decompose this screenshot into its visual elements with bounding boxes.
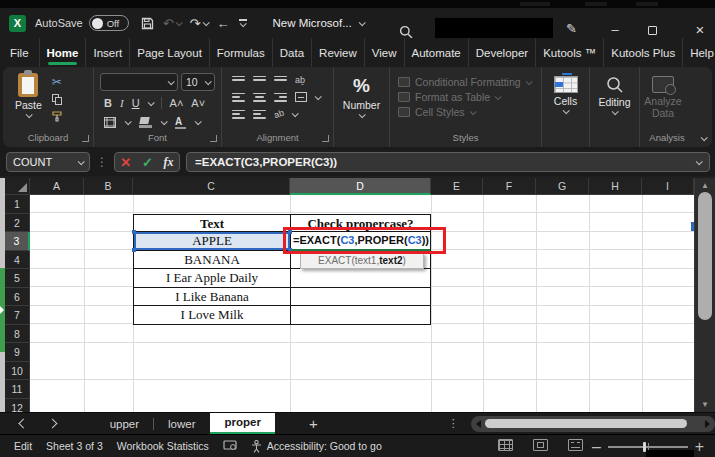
font-name-combo[interactable] [100,73,178,91]
column-header-e[interactable]: E [431,178,483,195]
row-header-10[interactable]: 10 [5,362,30,381]
vertical-scrollbar[interactable]: ▲ ▼ [694,178,715,412]
tab-view[interactable]: View [365,38,405,67]
font-size-combo[interactable]: 10 [181,73,215,91]
accessibility-status[interactable]: Accessibility: Good to go [251,440,382,453]
row-header-4[interactable]: 4 [5,251,30,270]
zoom-in-button[interactable]: + [695,438,704,456]
tab-automate[interactable]: Automate [405,38,469,67]
cell-c6[interactable]: I Like Banana [133,288,290,307]
column-header-b[interactable]: B [84,178,133,195]
font-color-icon[interactable]: A [175,116,186,128]
selection-handle[interactable] [132,230,136,234]
paste-button[interactable]: Paste [15,73,42,122]
horizontal-scroll-thumb[interactable] [485,419,687,428]
row-header-9[interactable]: 9 [5,343,30,362]
grow-font-button[interactable]: A˄ [170,97,184,109]
cells-area[interactable]: Text Check propercase? APPLE =EXACT(C3,P… [30,195,694,412]
undo-button[interactable]: ↶ [163,17,181,30]
cell-styles-button[interactable]: Cell Styles [398,106,541,118]
fill-color-icon[interactable] [139,117,152,128]
maximize-button[interactable] [648,25,657,37]
align-middle-icon[interactable] [253,76,266,85]
merge-center-icon[interactable] [295,92,307,102]
cell-c2[interactable]: Text [133,214,290,233]
tab-insert[interactable]: Insert [86,38,130,67]
scroll-up-icon[interactable]: ▲ [695,181,715,190]
cell-c4[interactable]: BANANA [133,251,290,270]
font-dialog-launcher-icon[interactable] [210,135,217,142]
number-format-button[interactable]: % Number [334,75,389,118]
formula-input[interactable]: =EXACT(C3,PROPER(C3)) [186,152,710,172]
name-box[interactable]: COUNT [6,152,90,172]
row-header-8[interactable]: 8 [5,325,30,344]
analyze-data-button[interactable]: Analyze Data [640,76,686,119]
zoom-out-button[interactable]: – [592,438,601,456]
orientation-icon[interactable]: ab̬ [295,75,305,85]
column-header-f[interactable]: F [483,178,536,195]
insert-function-button[interactable]: fx [164,155,174,170]
column-header-i[interactable]: I [642,178,694,195]
tab-home[interactable]: Home [40,38,87,67]
cell-c3-selected[interactable]: APPLE [133,232,290,251]
cell-c5[interactable]: I Ear Apple Daily [133,269,290,288]
align-left-icon[interactable] [232,93,245,102]
shrink-font-button[interactable]: A˅ [191,97,205,109]
row-header-1[interactable]: 1 [5,195,30,214]
sheet-tab-upper[interactable]: upper [96,413,153,435]
search-icon[interactable] [399,25,413,39]
format-painter-icon[interactable] [52,111,64,122]
row-header-5[interactable]: 5 [5,269,30,288]
row-header-3[interactable]: 3 [5,232,30,251]
cell-d6[interactable] [290,288,431,307]
copy-icon[interactable] [52,94,62,105]
row-header-11[interactable]: 11 [5,380,30,399]
workbook-statistics-button[interactable]: Workbook Statistics [117,440,209,452]
tab-file[interactable]: File [0,38,40,67]
redo-button[interactable]: ↷ [190,17,208,30]
previous-sheet-icon[interactable] [19,419,29,429]
confirm-entry-button[interactable]: ✓ [142,155,153,170]
row-header-6[interactable]: 6 [5,288,30,307]
tab-kutools[interactable]: Kutools ™ [536,38,604,67]
decrease-indent-icon[interactable] [232,110,245,119]
page-layout-view-icon[interactable] [533,439,548,451]
customize-toolbar-button[interactable] [239,19,247,26]
tab-kutools-plus[interactable]: Kutools Plus [604,38,683,67]
conditional-formatting-button[interactable]: Conditional Formatting [398,76,541,88]
tab-developer[interactable]: Developer [469,38,536,67]
sheet-options-icon[interactable]: ⋮ [448,417,459,430]
tab-formulas[interactable]: Formulas [210,38,273,67]
normal-view-icon[interactable] [498,439,513,451]
cut-icon[interactable]: ✂ [52,76,64,88]
cancel-entry-button[interactable]: ✕ [120,155,131,170]
column-header-c[interactable]: C [133,178,290,195]
cells-button[interactable]: Cells [542,76,589,114]
display-settings-icon[interactable] [223,440,237,452]
row-header-2[interactable]: 2 [5,214,30,233]
next-sheet-icon[interactable] [47,419,57,429]
scroll-left-icon[interactable] [476,420,481,428]
autosave-toggle[interactable]: Off [89,15,129,31]
column-header-g[interactable]: G [536,178,589,195]
increase-indent-icon[interactable] [253,110,266,119]
align-top-icon[interactable] [232,76,245,85]
close-button[interactable]: × [685,21,715,38]
tab-data[interactable]: Data [273,38,312,67]
drag-handle-icon[interactable]: ⋮ [96,155,108,169]
align-right-icon[interactable] [274,93,287,102]
cell-c7[interactable]: I Love Milk [133,306,290,325]
wrap-text-icon[interactable]: ab [273,108,286,121]
italic-button[interactable]: I [120,97,124,109]
clipboard-dialog-launcher-icon[interactable] [82,135,89,142]
format-as-table-button[interactable]: Format as Table [398,91,541,103]
cell-d5[interactable] [290,269,431,288]
editing-button[interactable]: Editing [590,76,639,115]
tab-review[interactable]: Review [312,38,365,67]
document-title[interactable]: New Microsof... [273,17,364,29]
scroll-down-icon[interactable]: ▼ [695,400,715,409]
tab-help[interactable]: Help [683,38,715,67]
selection-handle[interactable] [132,248,136,252]
scroll-right-icon[interactable] [705,420,710,428]
align-bottom-icon[interactable] [274,76,287,85]
